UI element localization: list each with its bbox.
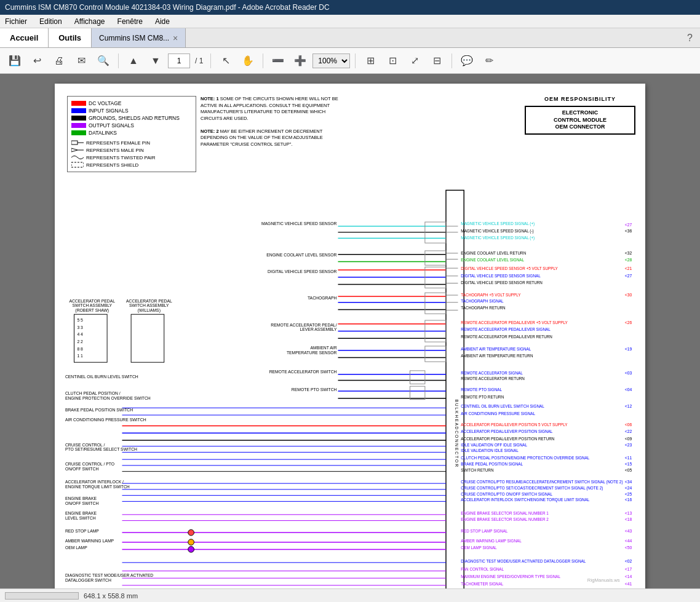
pin-04: <04 (625, 387, 632, 392)
pin-32: <32 (625, 251, 632, 255)
prev-page-button[interactable]: ▲ (124, 51, 143, 71)
menu-edition[interactable]: Edition (37, 16, 65, 27)
search-button[interactable]: 🔍 (93, 51, 113, 71)
zoom-out-button[interactable]: ➖ (268, 51, 288, 71)
oemlamp-led (188, 547, 194, 553)
ecls-label: ENGINE COOLANT LEVEL SENSOR (266, 253, 336, 257)
rap-sig-1: REMOTE ACCELERATOR PEDAL/LEVER +5 VOLT S… (461, 320, 568, 325)
cruise-sig-2: CRUISE CONTROL/PTO SET/COAST/DECREMENT S… (461, 486, 603, 491)
cruisepto-label2: ON/OFF SWITCH (65, 467, 99, 471)
menu-aide[interactable]: Aide (153, 16, 172, 27)
tab-help-button[interactable]: ? (680, 33, 700, 44)
clutch-sig: CLUTCH PEDAL POSITION/ENGINE PROTECTION … (461, 456, 589, 460)
horizontal-scrollbar[interactable] (5, 592, 79, 600)
present-button[interactable]: ⊟ (427, 51, 447, 71)
dvss-sig-2: DIGITAL VEHICLE SPEED SENSOR SIGNAL (461, 274, 541, 278)
aat-sig-1: AMBIENT AIR TEMPERATURE SIGNAL (461, 347, 531, 351)
pin-30: <30 (625, 293, 632, 297)
pin-1-1: 1 1 (77, 354, 83, 358)
print-button[interactable]: 🖨 (49, 51, 69, 71)
ras-sig-2: REMOTE ACCELERATOR RETURN (461, 376, 525, 381)
pin-4-4: 4 4 (77, 332, 83, 336)
pin-05: <05 (625, 468, 632, 472)
sep-3 (263, 53, 263, 68)
clutchped-label2: ENGINE PROTECTION OVERRIDE SWITCH (65, 396, 151, 400)
rap-sig-2: REMOTE ACCELERATOR PEDAL/LEVER SIGNAL (461, 328, 551, 332)
redstop-sig: RED STOP LAMP SIGNAL (461, 529, 507, 533)
page-number-input[interactable] (168, 53, 190, 68)
pin-2-2: 2 2 (77, 339, 83, 344)
fit-width-button[interactable]: ⊡ (383, 51, 402, 71)
pin-22: <22 (625, 429, 632, 434)
watermark-text: RigManuals.ws (587, 577, 620, 583)
diagtest-label1: DIAGNOSTIC TEST MODE/USER ACTIVATED (65, 573, 153, 577)
pin-18: <18 (625, 517, 632, 521)
cruisectl-label2: PTO SET/RESUME SELECT SWITCH (65, 448, 137, 452)
comment-button[interactable]: 💬 (457, 51, 477, 71)
tab-close-button[interactable]: × (173, 33, 178, 43)
back-button[interactable]: ↩ (27, 51, 47, 71)
sep-1 (118, 53, 119, 68)
engbrkl-label2: LEVEL SWITCH (65, 516, 96, 520)
mvss-label: MAGNETIC VEHICLE SPEED SENSOR (261, 221, 337, 226)
accilim-label1: ACCELERATOR INTERLOCK / (65, 480, 124, 484)
pin-12: <12 (625, 404, 632, 408)
accsw-label2: SWITCH ASSEMBLY (72, 303, 112, 307)
cruisepto-label1: CRUISE CONTROL / PTO (65, 462, 114, 466)
next-page-button[interactable]: ▼ (146, 51, 165, 71)
accsw-label1: ACCELERATOR PEDAL (69, 299, 115, 303)
document-view[interactable]: DC VOLTAGE INPUT SIGNALS GROUNDS, SHIELD… (0, 74, 700, 588)
title-text: Cummins ISM CM870 Control Module 4021384… (5, 3, 330, 12)
engbrkl-label1: ENGINE BRAKE (65, 511, 97, 515)
bulkhead-label: B U L K H E A D C O N N E C T O R (455, 399, 459, 467)
sep-2 (210, 53, 211, 68)
fullscreen-button[interactable]: ⤢ (405, 51, 424, 71)
dvss-sig-1: DIGITAL VEHICLE SPEED SENSOR +5 VOLT SUP… (461, 266, 558, 271)
pin-43: <43 (625, 529, 632, 533)
tach-sig-1: TACHOGRAPH +5 VOLT SUPPLY (461, 293, 521, 297)
pin-34: <34 (625, 480, 632, 484)
fanctl-sig: FAN CONTROL SIGNAL (461, 568, 504, 572)
cursor-tool-button[interactable]: ↖ (216, 51, 236, 71)
aat-connector (425, 346, 446, 362)
tab-home[interactable]: Accueil (0, 28, 49, 47)
tab-tools[interactable]: Outils (49, 28, 92, 47)
toolbar: 💾 ↩ 🖨 ✉ 🔍 ▲ ▼ / 1 ↖ ✋ ➖ ➕ 100% 75% 50% 1… (0, 48, 700, 74)
amberwarn-sig: AMBER WARNING LAMP SIGNAL (461, 539, 522, 543)
mvss-sig-2: MAGNETIC VEHICLE SPEED SIGNAL (-) (461, 229, 533, 234)
page-of-label: / 1 (195, 57, 203, 65)
annotate-button[interactable]: ✏ (479, 51, 499, 71)
brakeped-label: BRAKE PEDAL POSITION SWITCH (65, 408, 133, 412)
pin-11: <11 (625, 456, 632, 460)
menu-fichier[interactable]: Fichier (2, 16, 30, 27)
pin-27b: <27 (625, 274, 632, 278)
menu-affichage[interactable]: Affichage (72, 16, 108, 27)
rpts-label: REMOTE PTO SWITCH (292, 387, 337, 392)
menu-fenetre[interactable]: Fenêtre (115, 16, 145, 27)
pin-14: <14 (625, 574, 632, 579)
email-button[interactable]: ✉ (71, 51, 91, 71)
amberwarn-led (188, 539, 194, 545)
wiring-diagram-svg: B U L K H E A D C O N N E C T O R (62, 91, 638, 588)
save-button[interactable]: 💾 (5, 51, 25, 71)
pin-36: <36 (625, 229, 632, 233)
main-content: DC VOLTAGE INPUT SIGNALS GROUNDS, SHIELD… (0, 74, 700, 588)
pin-16: <16 (625, 497, 632, 502)
pin-3-3: 3 3 (77, 325, 83, 330)
ecls-connector (425, 251, 446, 265)
pin-25: <25 (625, 492, 632, 496)
acpress-sig: AIR CONDITIONING PRESSURE SIGNAL (461, 411, 535, 416)
zoom-in-button[interactable]: ➕ (290, 51, 310, 71)
ebsel-sig-2: ENGINE BRAKE SELECTOR SIGNAL NUMBER 2 (461, 517, 549, 521)
tab-document[interactable]: Cummins ISM CM8... × (92, 28, 186, 47)
sep-4 (355, 53, 356, 68)
rps-sig-1: REMOTE PTO SIGNAL (461, 387, 502, 392)
fit-page-button[interactable]: ⊞ (360, 51, 380, 71)
ecl-sig-2: ENGINE COOLANT LEVEL SIGNAL (461, 258, 524, 262)
accsw2-label1: ACCELERATOR PEDAL (126, 299, 172, 303)
rapl-label1: REMOTE ACCELERATOR PEDAL/ (271, 323, 336, 327)
zoom-select[interactable]: 100% 75% 50% 125% 150% 200% (312, 53, 350, 68)
centoil-label: CENTINEL OIL BURN LEVEL SWITCH (65, 374, 138, 379)
hand-tool-button[interactable]: ✋ (238, 51, 258, 71)
pin-13: <13 (625, 511, 632, 515)
